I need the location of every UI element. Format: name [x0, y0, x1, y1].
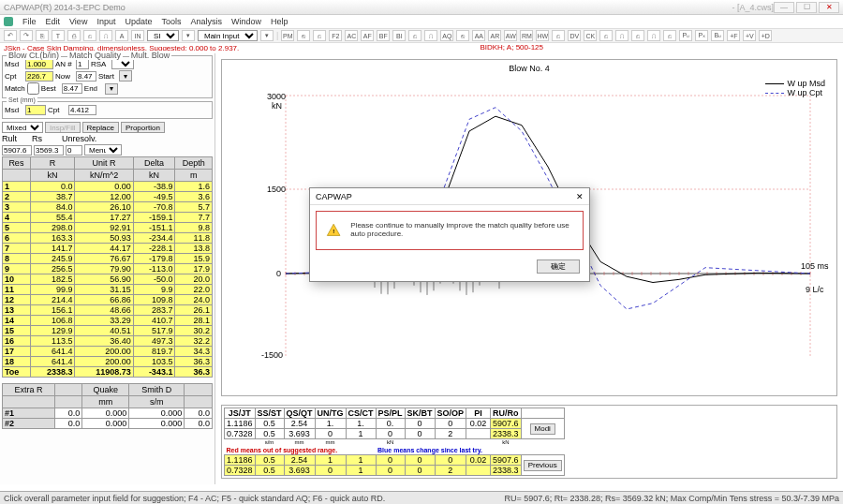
- menu-help[interactable]: Help: [271, 17, 288, 26]
- toolbar-button[interactable]: ⎌: [552, 30, 565, 41]
- toolbar-button[interactable]: ▾: [182, 30, 195, 41]
- app-title: CAPWAP(R) 2014-3-EPC Demo: [4, 3, 694, 12]
- bidkh-label: BIDKH; A; 500-125: [480, 43, 543, 52]
- menu-view[interactable]: View: [69, 17, 87, 26]
- an-input[interactable]: [76, 59, 89, 69]
- toolbar-button[interactable]: ⎍: [99, 30, 112, 41]
- toolbar-select[interactable]: SI: [147, 30, 179, 41]
- msd-input[interactable]: [25, 59, 53, 69]
- toolbar-button[interactable]: RM: [520, 30, 533, 41]
- toolbar-button[interactable]: F2: [329, 30, 342, 41]
- status-right: RU= 5907.6; Rt= 2338.28; Rs= 3569.32 kN;…: [504, 494, 839, 503]
- toolbar-button[interactable]: AC: [345, 30, 358, 41]
- dialog-close-icon[interactable]: ✕: [576, 192, 584, 201]
- toolbar-select[interactable]: Main Input: [198, 30, 258, 41]
- minimize-button[interactable]: —: [774, 2, 794, 13]
- toolbar-button[interactable]: HW: [536, 30, 549, 41]
- best-input[interactable]: [62, 83, 82, 94]
- toolbar-button[interactable]: ↷: [20, 30, 33, 41]
- toolbar-button[interactable]: BF: [377, 30, 390, 41]
- toolbar-button[interactable]: AF: [361, 30, 374, 41]
- svg-text:-1500: -1500: [261, 350, 283, 360]
- toolbar-button[interactable]: ▾: [260, 30, 274, 41]
- menu-edit[interactable]: Edit: [46, 17, 61, 26]
- toolbar-button[interactable]: PM: [281, 30, 294, 41]
- toolbar-button[interactable]: ⎘: [36, 30, 49, 41]
- left-panel: Blow Ct.(b/in) — Match Quality — Mult. B…: [0, 53, 215, 484]
- dialog-ok-button[interactable]: 确定: [537, 259, 580, 274]
- app-icon: [4, 17, 13, 26]
- params-panel: JS/JTSS/STQS/QTUN/TGCS/CTPS/PLSK/BTSO/OP…: [221, 405, 837, 479]
- toolbar-button[interactable]: ⎌: [408, 30, 422, 41]
- menu-update[interactable]: Update: [125, 17, 152, 26]
- svg-text:0: 0: [276, 269, 281, 278]
- title-bar: CAPWAP(R) 2014-3-EPC Demo - [A_4.cws] — …: [0, 0, 843, 15]
- rs-input[interactable]: [34, 145, 64, 156]
- svg-text:9 L/c: 9 L/c: [806, 285, 824, 294]
- close-button[interactable]: ✕: [819, 2, 839, 13]
- menu-input[interactable]: Input: [96, 17, 115, 26]
- toolbar-button[interactable]: ⎋: [297, 30, 310, 41]
- toolbar-button[interactable]: ↶: [4, 30, 17, 41]
- toolbar-button[interactable]: A: [115, 30, 128, 41]
- status-bar: Click overall parameter input field for …: [0, 491, 843, 504]
- toolbar-button[interactable]: ⎌: [631, 30, 644, 41]
- insp-button: Insp/Fill: [45, 122, 81, 133]
- toolbar-button[interactable]: BI: [392, 30, 406, 41]
- toolbar-button[interactable]: ⎋: [456, 30, 469, 41]
- blowct-group: Blow Ct.(b/in) — Match Quality — Mult. B…: [2, 55, 213, 98]
- set-cpt-input[interactable]: [68, 105, 96, 115]
- toolbar-button[interactable]: AA: [472, 30, 485, 41]
- rsa-select[interactable]: 0: [111, 59, 134, 69]
- menu-analysis[interactable]: Analysis: [190, 17, 222, 26]
- toolbar-button[interactable]: +D: [759, 30, 772, 41]
- previous-button[interactable]: Previous: [524, 460, 562, 471]
- results-table: ResRUnit RDeltaDepthkNkN/m^2kNm10.00.00-…: [2, 156, 213, 378]
- mixed-select[interactable]: Mixed ▾: [2, 122, 43, 133]
- toolbar-button[interactable]: IN: [131, 30, 144, 41]
- toolbar-button[interactable]: +V: [743, 30, 756, 41]
- toolbar-button[interactable]: +F: [727, 30, 740, 41]
- toolbar-button[interactable]: AQ: [440, 30, 453, 41]
- set-msd-input[interactable]: [25, 105, 46, 115]
- toolbar-button[interactable]: Bᵤ: [711, 30, 724, 41]
- extra-table: Extra RQuakeSmith Dmms/m#10.00.0000.0000…: [2, 383, 213, 429]
- menu-window[interactable]: Window: [231, 17, 261, 26]
- replace-button[interactable]: Replace: [82, 122, 119, 133]
- toolbar-button[interactable]: ⎍: [647, 30, 660, 41]
- svg-text:kN: kN: [272, 101, 282, 111]
- toolbar-button[interactable]: AW: [504, 30, 517, 41]
- toolbar-button[interactable]: Pᵤ: [679, 30, 692, 41]
- toolbar-button[interactable]: AR: [488, 30, 501, 41]
- unres-input[interactable]: [66, 145, 82, 156]
- menu-tools[interactable]: Tools: [161, 17, 181, 26]
- rult-input[interactable]: [2, 145, 32, 156]
- cpt-input[interactable]: [25, 71, 53, 82]
- menu-bar: File Edit View Input Update Tools Analys…: [0, 15, 843, 28]
- maximize-button[interactable]: ☐: [796, 2, 817, 13]
- toolbar-button[interactable]: ⎍: [424, 30, 437, 41]
- menu-file[interactable]: File: [22, 17, 37, 26]
- toolbar-button[interactable]: CK: [584, 30, 597, 41]
- dialog-title: CAPWAP: [316, 192, 352, 201]
- toolbar-button[interactable]: ⎌: [599, 30, 613, 41]
- now-input[interactable]: [76, 71, 96, 82]
- toolbar-button[interactable]: Pₓ: [695, 30, 708, 41]
- warning-icon: !: [326, 221, 341, 240]
- toolbar-button[interactable]: DV: [568, 30, 581, 41]
- toolbar-button[interactable]: T: [52, 30, 65, 41]
- toolbar-button[interactable]: ⎍: [615, 30, 629, 41]
- modi-button[interactable]: Modi: [530, 423, 555, 435]
- chart-title: Blow No. 4: [222, 60, 836, 77]
- start-down-button[interactable]: ▾: [119, 70, 132, 82]
- match-checkbox[interactable]: [27, 82, 39, 95]
- set-group: Set (mm) Msd Cpt: [2, 101, 213, 119]
- menu-select[interactable]: Menu ▾: [84, 144, 122, 156]
- toolbar-button[interactable]: ⎌: [663, 30, 676, 41]
- end-down-button[interactable]: ▾: [105, 83, 118, 95]
- toolbar-button[interactable]: ⎌: [313, 30, 326, 41]
- toolbar-button[interactable]: ⎌: [83, 30, 96, 41]
- svg-text:1500: 1500: [267, 185, 286, 194]
- proportion-button[interactable]: Proportion: [121, 122, 165, 133]
- toolbar-button[interactable]: ⎙: [67, 30, 81, 41]
